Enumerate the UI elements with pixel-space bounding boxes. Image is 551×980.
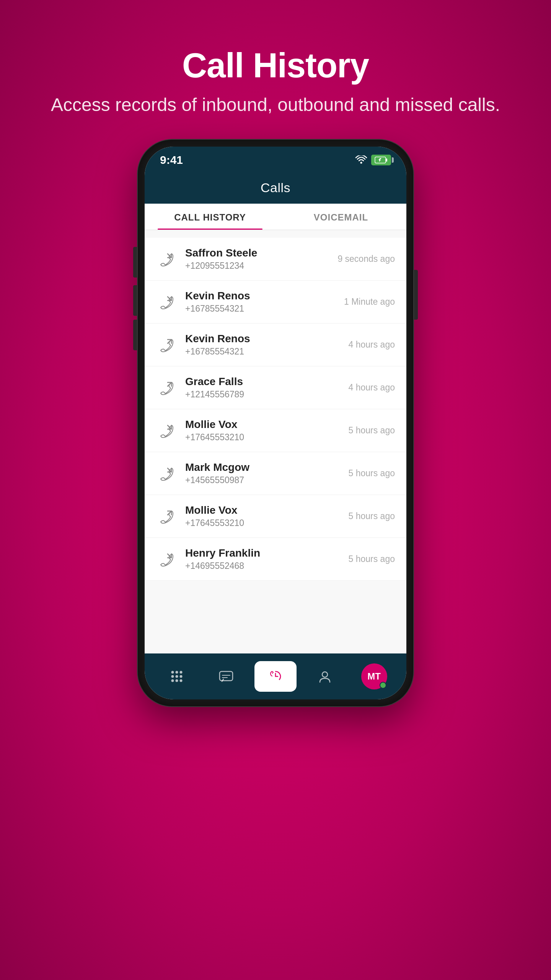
svg-point-0 xyxy=(360,162,362,164)
call-name: Saffron Steele xyxy=(185,247,328,259)
hero-title: Call History xyxy=(51,46,500,85)
svg-point-13 xyxy=(180,671,183,674)
tab-voicemail[interactable]: VOICEMAIL xyxy=(276,204,406,230)
call-name: Mollie Vox xyxy=(185,504,339,516)
call-info: Mollie Vox +17645553210 xyxy=(185,418,339,443)
call-list: Saffron Steele +12095551234 9 seconds ag… xyxy=(145,230,406,653)
call-number: +16785554321 xyxy=(185,346,339,357)
call-time: 5 hours ago xyxy=(349,425,395,436)
call-info: Mark Mcgow +14565550987 xyxy=(185,461,339,485)
call-item-0[interactable]: Saffron Steele +12095551234 9 seconds ag… xyxy=(145,238,406,281)
call-item-1[interactable]: Kevin Renos +16785554321 1 Minute ago xyxy=(145,281,406,323)
svg-line-5 xyxy=(168,340,171,343)
call-item-4[interactable]: Mollie Vox +17645553210 5 hours ago xyxy=(145,409,406,452)
call-type-icon xyxy=(156,335,176,355)
battery-icon xyxy=(371,155,391,165)
svg-point-16 xyxy=(180,675,183,678)
app-header-title: Calls xyxy=(261,180,290,195)
bottom-nav: MT xyxy=(145,653,406,699)
nav-keypad[interactable] xyxy=(156,661,198,692)
call-type-icon xyxy=(156,464,176,483)
call-name: Mark Mcgow xyxy=(185,461,339,474)
status-bar: 9:41 xyxy=(145,147,406,173)
status-time: 9:41 xyxy=(160,154,183,167)
call-time: 9 seconds ago xyxy=(337,254,395,264)
avatar[interactable]: MT xyxy=(361,663,387,689)
call-time: 4 hours ago xyxy=(349,382,395,393)
app-header: Calls xyxy=(145,173,406,204)
call-item-5[interactable]: Mark Mcgow +14565550987 5 hours ago xyxy=(145,452,406,495)
svg-point-19 xyxy=(180,679,183,682)
call-number: +17645553210 xyxy=(185,518,339,528)
online-indicator xyxy=(380,682,386,689)
call-type-icon xyxy=(156,292,176,312)
call-number: +14695552468 xyxy=(185,561,339,571)
call-info: Henry Franklin +14695552468 xyxy=(185,547,339,571)
call-name: Mollie Vox xyxy=(185,418,339,431)
call-time: 5 hours ago xyxy=(349,554,395,564)
call-item-3[interactable]: Grace Falls +12145556789 4 hours ago xyxy=(145,366,406,409)
svg-point-26 xyxy=(322,672,328,677)
call-number: +12095551234 xyxy=(185,261,328,271)
call-time: 5 hours ago xyxy=(349,511,395,521)
call-type-icon xyxy=(156,421,176,441)
call-number: +16785554321 xyxy=(185,304,335,314)
avatar-initials: MT xyxy=(367,671,381,682)
call-name: Kevin Renos xyxy=(185,333,339,345)
nav-profile[interactable]: MT xyxy=(353,661,395,692)
call-number: +12145556789 xyxy=(185,389,339,400)
svg-point-11 xyxy=(171,671,174,674)
nav-contacts[interactable] xyxy=(304,661,346,692)
svg-rect-2 xyxy=(386,158,387,162)
call-name: Henry Franklin xyxy=(185,547,339,559)
call-info: Saffron Steele +12095551234 xyxy=(185,247,328,271)
call-info: Mollie Vox +17645553210 xyxy=(185,504,339,528)
svg-point-18 xyxy=(176,679,178,682)
hero-section: Call History Access records of inbound, … xyxy=(51,46,500,117)
nav-messages[interactable] xyxy=(205,661,247,692)
call-item-6[interactable]: Mollie Vox +17645553210 5 hours ago xyxy=(145,495,406,538)
nav-calls[interactable] xyxy=(254,661,297,692)
call-info: Kevin Renos +16785554321 xyxy=(185,333,339,357)
svg-point-17 xyxy=(171,679,174,682)
call-type-icon xyxy=(156,378,176,398)
call-info: Kevin Renos +16785554321 xyxy=(185,290,335,314)
call-time: 4 hours ago xyxy=(349,340,395,350)
call-type-icon xyxy=(156,506,176,526)
call-item-7[interactable]: Henry Franklin +14695552468 5 hours ago xyxy=(145,538,406,581)
call-name: Grace Falls xyxy=(185,376,339,388)
tabs-bar: CALL HISTORY VOICEMAIL xyxy=(145,204,406,230)
call-name: Kevin Renos xyxy=(185,290,335,302)
call-number: +17645553210 xyxy=(185,432,339,443)
call-time: 1 Minute ago xyxy=(344,297,395,307)
hero-subtitle: Access records of inbound, outbound and … xyxy=(51,93,500,117)
svg-rect-20 xyxy=(220,671,233,681)
svg-point-14 xyxy=(171,675,174,678)
call-time: 5 hours ago xyxy=(349,468,395,479)
svg-point-12 xyxy=(176,671,178,674)
tab-call-history[interactable]: CALL HISTORY xyxy=(145,204,276,230)
call-type-icon xyxy=(156,549,176,569)
call-item-2[interactable]: Kevin Renos +16785554321 4 hours ago xyxy=(145,323,406,366)
svg-line-6 xyxy=(168,382,171,386)
call-type-icon xyxy=(156,249,176,269)
call-info: Grace Falls +12145556789 xyxy=(185,376,339,400)
status-icons xyxy=(355,155,391,165)
wifi-icon xyxy=(355,155,367,165)
phone-shell: 9:41 xyxy=(138,140,413,706)
call-number: +14565550987 xyxy=(185,475,339,485)
phone-screen: 9:41 xyxy=(145,147,406,699)
svg-point-15 xyxy=(176,675,178,678)
svg-line-9 xyxy=(168,511,171,515)
